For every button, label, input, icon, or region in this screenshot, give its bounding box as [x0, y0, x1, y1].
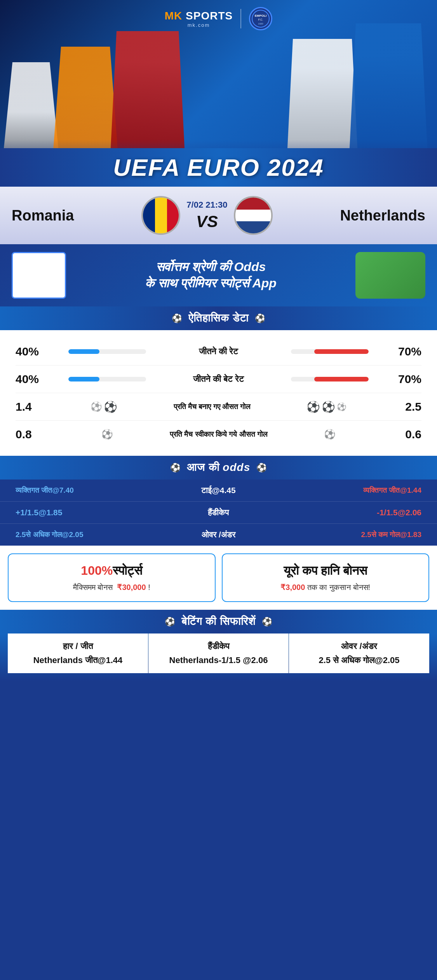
ad-line2: के साथ प्रीमियर स्पोर्ट्स App — [145, 276, 277, 290]
rec-label-1: हार / जीत — [13, 641, 143, 651]
odds-right-2[interactable]: -1/1.5@2.06 — [286, 508, 421, 517]
odds-center-3: ओवर /अंडर — [151, 530, 286, 539]
odds-left-3[interactable]: 2.5से अधिक गोल@2.05 — [16, 530, 151, 539]
mk-logo: MK SPORTS mk.com — [165, 10, 233, 28]
bet-rate-left: 40% — [16, 373, 47, 386]
rec-grid: हार / जीत Netherlands जीत@1.44 हैंडीकेप … — [8, 634, 429, 673]
team2-flag — [234, 196, 273, 235]
rec-section: हार / जीत Netherlands जीत@1.44 हैंडीकेप … — [0, 634, 437, 681]
stats-section: 40% जीतने की रेट 70% 40% जीतने की बेट रे… — [0, 330, 437, 456]
odds-right-1[interactable]: व्यक्तिगत जीत@1.44 — [286, 486, 421, 495]
bet-rate-bar-right — [291, 377, 369, 382]
bonus-card-1[interactable]: 100%स्पोर्ट्स मैक्सिमम बोनस ₹30,000 ! — [8, 553, 216, 602]
brand-name: MK SPORTS — [165, 10, 233, 22]
euro-title: UEFA EURO 2024 — [0, 154, 437, 181]
odds-left-2[interactable]: +1/1.5@1.85 — [16, 508, 151, 517]
odds-header: ⚽ आज की odds ⚽ — [0, 456, 437, 480]
win-rate-bar-left — [68, 349, 146, 354]
ad-text: सर्वोत्तम श्रेणी की Odds के साथ प्रीमियर… — [74, 259, 348, 291]
odds-left-1[interactable]: व्यक्तिगत जीत@7.40 — [16, 486, 151, 495]
goals-conceded-row: 0.8 ⚽ प्रति मैच स्वीकार किये गये औसत गोल… — [16, 421, 421, 448]
rec-header: ⚽ बेटिंग की सिफारिशें ⚽ — [0, 610, 437, 634]
euro-title-bar: UEFA EURO 2024 — [0, 148, 437, 187]
brand-domain: mk.com — [188, 22, 210, 28]
bottom-spacer — [0, 681, 437, 696]
odds-row-3[interactable]: 2.5से अधिक गोल@2.05 ओवर /अंडर 2.5से कम ग… — [0, 524, 437, 546]
win-rate-bar-right — [291, 349, 369, 354]
rec-cell-1: हार / जीत Netherlands जीत@1.44 — [8, 634, 148, 673]
soccer-ball-icon-right: ⚽ — [255, 313, 265, 324]
bet-rate-right: 70% — [390, 373, 421, 386]
bonus-section: 100%स्पोर्ट्स मैक्सिमम बोनस ₹30,000 ! यू… — [0, 546, 437, 610]
odds-center-1: टाई@4.45 — [151, 486, 286, 495]
odds-right-3[interactable]: 2.5से कम गोल@1.83 — [286, 530, 421, 539]
odds-row-1[interactable]: व्यक्तिगत जीत@7.40 टाई@4.45 व्यक्तिगत जी… — [0, 480, 437, 502]
svg-text:F.C.: F.C. — [258, 18, 263, 21]
rec-title: बेटिंग की सिफारिशें — [181, 615, 256, 628]
goals-conceded-icons-right: ⚽ — [324, 429, 336, 440]
goals-scored-row: 1.4 ⚽ ⚽ प्रति मैच बनाए गए औसत गोल ⚽ ⚽ ⚽ … — [16, 393, 421, 421]
odds-section: व्यक्तिगत जीत@7.40 टाई@4.45 व्यक्तिगत जी… — [0, 480, 437, 546]
goals-conceded-icons-left: ⚽ — [101, 429, 113, 440]
odds-ball-left: ⚽ — [170, 463, 181, 473]
ad-banner: सर्वोत्तम श्रेणी की Odds के साथ प्रीमियर… — [0, 244, 437, 306]
rec-cell-3: ओवर /अंडर 2.5 से अधिक गोल@2.05 — [289, 634, 429, 673]
bonus-title-1: 100%स्पोर्ट्स — [15, 564, 209, 578]
odds-ball-right: ⚽ — [256, 463, 267, 473]
team2-name: Netherlands — [340, 207, 425, 224]
goals-scored-left: 1.4 — [16, 400, 47, 413]
rec-ball-left: ⚽ — [165, 617, 175, 627]
ad-box-right — [355, 252, 425, 299]
rec-ball-right: ⚽ — [262, 617, 272, 627]
goals-scored-icons-left: ⚽ ⚽ — [91, 401, 117, 413]
rec-value-1: Netherlands जीत@1.44 — [13, 655, 143, 665]
bonus-text-2: ₹3,000 तक का नुकसान बोनस! — [229, 583, 423, 592]
win-rate-right: 70% — [390, 345, 421, 358]
odds-center-2: हैंडीकेप — [151, 508, 286, 517]
logo-bar: MK SPORTS mk.com EMPOLI F.C. 1920 — [165, 0, 272, 33]
team1-name: Romania — [12, 207, 74, 224]
partner-logo: EMPOLI F.C. 1920 — [249, 7, 272, 30]
hero-section: MK SPORTS mk.com EMPOLI F.C. 1920 UEFA E… — [0, 0, 437, 187]
match-center: 7/02 21:30 VS — [186, 200, 227, 231]
goals-conceded-left: 0.8 — [16, 428, 47, 441]
odds-title: आज की odds — [187, 461, 250, 474]
rec-cell-2: हैंडीकेप Netherlands-1/1.5 @2.06 — [148, 634, 289, 673]
goals-conceded-label: प्रति मैच स्वीकार किये गये औसत गोल — [168, 430, 269, 439]
goals-scored-right: 2.5 — [390, 400, 421, 413]
ad-box-left — [12, 252, 66, 299]
svg-text:EMPOLI: EMPOLI — [255, 14, 267, 18]
match-date: 7/02 21:30 — [186, 200, 227, 210]
rec-label-3: ओवर /अंडर — [294, 641, 424, 651]
vs-text: VS — [196, 212, 218, 231]
win-rate-label: जीतने की रेट — [168, 346, 269, 357]
logo-divider — [240, 9, 241, 28]
bet-rate-bar-left — [68, 377, 146, 382]
soccer-ball-icon-left: ⚽ — [172, 313, 182, 324]
goals-scored-label: प्रति मैच बनाए गए औसत गोल — [162, 402, 263, 411]
bet-rate-label: जीतने की बेट रेट — [168, 374, 269, 384]
rec-value-3: 2.5 से अधिक गोल@2.05 — [294, 655, 424, 665]
rec-label-2: हैंडीकेप — [154, 641, 283, 651]
bonus-text-1: मैक्सिमम बोनस ₹30,000 ! — [15, 583, 209, 592]
goals-conceded-right: 0.6 — [390, 428, 421, 441]
team1-flag — [141, 196, 180, 235]
historic-header: ⚽ ऐतिहासिक डेटा ⚽ — [0, 306, 437, 330]
historic-title: ऐतिहासिक डेटा — [188, 312, 249, 325]
rec-value-2: Netherlands-1/1.5 @2.06 — [154, 655, 283, 665]
match-section: Romania 7/02 21:30 VS Netherlands — [0, 187, 437, 244]
bet-rate-row: 40% जीतने की बेट रेट 70% — [16, 366, 421, 393]
win-rate-left: 40% — [16, 345, 47, 358]
goals-scored-icons-right: ⚽ ⚽ ⚽ — [306, 401, 346, 413]
bonus-title-2: यूरो कप हानि बोनस — [229, 564, 423, 578]
odds-row-2[interactable]: +1/1.5@1.85 हैंडीकेप -1/1.5@2.06 — [0, 502, 437, 524]
bonus-card-2[interactable]: यूरो कप हानि बोनस ₹3,000 तक का नुकसान बो… — [222, 553, 430, 602]
svg-text:1920: 1920 — [258, 23, 264, 25]
win-rate-row: 40% जीतने की रेट 70% — [16, 338, 421, 366]
ad-line1: सर्वोत्तम श्रेणी की Odds — [156, 260, 266, 274]
